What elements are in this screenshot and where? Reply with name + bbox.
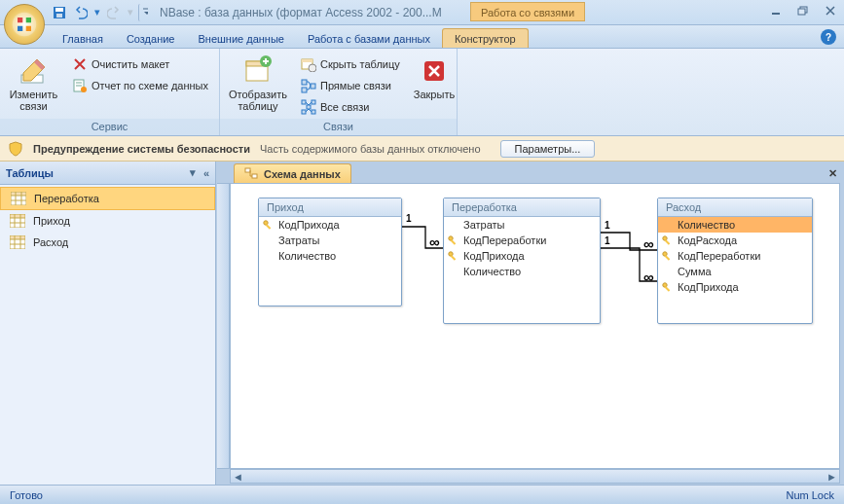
nav-item-label: Приход xyxy=(33,215,70,227)
primary-key-icon xyxy=(263,220,275,232)
show-table-label: Отобразить таблицу xyxy=(229,89,287,112)
scroll-left-icon[interactable]: ◄ xyxy=(231,470,245,483)
table-field[interactable]: Сумма xyxy=(658,264,812,279)
rel-cardinality: ∞ xyxy=(643,240,654,248)
qat-redo-icon[interactable] xyxy=(105,4,123,21)
svg-rect-23 xyxy=(302,80,307,85)
svg-rect-38 xyxy=(10,214,25,218)
svg-rect-47 xyxy=(245,168,250,172)
report-icon xyxy=(72,78,88,93)
svg-rect-56 xyxy=(665,239,671,245)
table-field[interactable]: КодПрихода xyxy=(259,217,401,233)
table-field[interactable]: Количество xyxy=(658,217,812,233)
document-close-button[interactable]: ✕ xyxy=(825,165,840,181)
table-title: Приход xyxy=(259,198,401,217)
table-box-rashod[interactable]: РасходКоличествоКодРасходаКодПереработки… xyxy=(657,198,813,324)
table-title: Переработка xyxy=(444,198,600,217)
table-box-pererabotka[interactable]: ПереработкаЗатратыКодПереработкиКодПрихо… xyxy=(443,198,601,324)
direct-relationships-button[interactable]: Прямые связи xyxy=(296,76,405,95)
tab-home[interactable]: Главная xyxy=(51,29,115,48)
hide-table-icon xyxy=(301,56,316,72)
close-button[interactable] xyxy=(821,3,840,18)
primary-key-icon xyxy=(662,282,674,294)
nav-item[interactable]: Расход xyxy=(0,232,215,253)
svg-rect-30 xyxy=(307,105,311,109)
svg-rect-4 xyxy=(26,26,31,31)
svg-rect-26 xyxy=(302,100,306,104)
table-field[interactable]: Количество xyxy=(259,248,401,264)
svg-point-55 xyxy=(663,236,667,240)
direct-rel-icon xyxy=(301,78,316,93)
svg-point-57 xyxy=(663,252,667,256)
document-tab-label: Схема данных xyxy=(264,168,341,180)
nav-item[interactable]: Приход xyxy=(0,210,215,232)
svg-rect-58 xyxy=(665,255,671,261)
minimize-button[interactable] xyxy=(766,3,786,18)
help-icon[interactable]: ? xyxy=(821,29,836,45)
horizontal-scrollbar[interactable]: ◄ ► xyxy=(230,469,840,484)
office-button[interactable] xyxy=(4,4,45,45)
nav-collapse-icon[interactable]: « xyxy=(203,167,209,179)
svg-rect-33 xyxy=(11,192,26,196)
table-field[interactable]: Затраты xyxy=(444,217,600,233)
table-field[interactable]: КодРасхода xyxy=(658,233,812,248)
svg-rect-28 xyxy=(312,100,315,104)
security-options-button[interactable]: Параметры... xyxy=(500,140,596,158)
svg-rect-50 xyxy=(266,224,272,230)
tab-database-tools[interactable]: Работа с базами данных xyxy=(296,29,442,48)
status-text: Готово xyxy=(10,489,43,501)
qat-undo-icon[interactable] xyxy=(72,4,90,21)
relationships-canvas[interactable]: ПриходКодПриходаЗатратыКоличество Перера… xyxy=(230,183,840,469)
table-field[interactable]: КодПереработки xyxy=(658,248,812,264)
hide-table-button[interactable]: Скрыть таблицу xyxy=(296,54,405,74)
qat-redo-more-icon[interactable]: ▾ xyxy=(127,4,134,21)
shield-icon xyxy=(8,141,23,157)
qat-customize-icon[interactable] xyxy=(138,4,148,21)
close-relationships-button[interactable]: Закрыть xyxy=(411,53,458,103)
rel-cardinality: 1 xyxy=(406,213,412,224)
relationship-report-button[interactable]: Отчет по схеме данных xyxy=(67,76,213,95)
nav-item[interactable]: Переработка xyxy=(0,187,215,210)
svg-rect-3 xyxy=(18,26,22,31)
scroll-right-icon[interactable]: ► xyxy=(825,470,839,483)
edit-relationships-button[interactable]: Изменить связи xyxy=(6,53,61,115)
svg-point-49 xyxy=(264,221,268,225)
close-icon xyxy=(419,55,450,87)
edit-relationships-label: Изменить связи xyxy=(10,89,58,112)
svg-rect-1 xyxy=(18,18,22,22)
close-label: Закрыть xyxy=(414,89,455,100)
table-field[interactable]: КодПрихода xyxy=(658,279,812,295)
clear-layout-button[interactable]: Очистить макет xyxy=(67,54,213,74)
all-relationships-button[interactable]: Все связи xyxy=(296,97,405,117)
svg-rect-54 xyxy=(451,255,457,261)
document-tab[interactable]: Схема данных xyxy=(234,163,351,183)
table-field[interactable]: КодПрихода xyxy=(444,248,600,264)
svg-point-22 xyxy=(309,64,316,72)
table-field[interactable]: КодПереработки xyxy=(444,233,600,248)
nav-dropdown-icon[interactable]: ▾ xyxy=(190,166,196,179)
show-table-button[interactable]: Отобразить таблицу xyxy=(226,53,290,115)
qat-undo-more-icon[interactable]: ▾ xyxy=(93,4,101,21)
vertical-scrollbar[interactable] xyxy=(217,183,230,469)
table-icon xyxy=(10,214,25,228)
table-field[interactable]: Затраты xyxy=(259,233,401,248)
table-icon xyxy=(11,192,26,205)
svg-point-0 xyxy=(13,13,37,37)
tab-create[interactable]: Создание xyxy=(115,29,187,48)
restore-button[interactable] xyxy=(793,3,813,18)
qat-save-icon[interactable] xyxy=(51,4,68,21)
primary-key-icon xyxy=(448,251,459,263)
table-field[interactable]: Количество xyxy=(444,264,600,279)
svg-rect-7 xyxy=(56,14,62,18)
tab-design[interactable]: Конструктор xyxy=(442,28,529,48)
svg-rect-25 xyxy=(311,84,315,89)
show-table-icon xyxy=(242,55,274,87)
nav-category-title[interactable]: Таблицы xyxy=(6,167,54,179)
table-box-prihod[interactable]: ПриходКодПриходаЗатратыКоличество xyxy=(258,198,402,306)
primary-key-icon xyxy=(662,251,674,263)
tab-external-data[interactable]: Внешние данные xyxy=(187,29,296,48)
svg-rect-29 xyxy=(312,110,315,114)
edit-relationships-icon xyxy=(18,55,49,87)
table-icon xyxy=(10,235,25,249)
svg-rect-48 xyxy=(252,174,257,178)
